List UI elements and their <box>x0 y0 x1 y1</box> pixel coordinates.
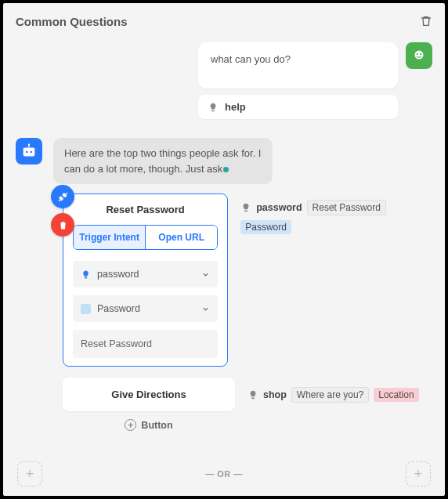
bot-message-row: Here are the top two things people ask f… <box>16 138 432 184</box>
bulb-icon <box>240 202 251 213</box>
add-branch-left[interactable]: + <box>17 461 42 486</box>
meta-tag[interactable]: Password <box>240 220 291 234</box>
intent-pill[interactable]: help <box>198 95 398 119</box>
meta-tag[interactable]: Where are you? <box>291 387 369 403</box>
entity-select[interactable]: Password <box>73 295 218 322</box>
editor-canvas: Common Questions what can you do? help H… <box>3 3 445 496</box>
tab-trigger-intent[interactable]: Trigger Intent <box>74 226 145 249</box>
user-message-text: what can you do? <box>211 53 291 65</box>
secondary-action-card[interactable]: Give Directions <box>63 378 235 411</box>
collapse-button[interactable] <box>51 185 74 208</box>
svg-point-5 <box>30 151 32 154</box>
svg-point-4 <box>26 151 28 154</box>
intent-pill-label: help <box>225 101 246 113</box>
bulb-icon <box>247 389 258 400</box>
chevron-down-icon <box>201 305 210 313</box>
secondary-metadata: shop Where are you? Location <box>247 387 419 403</box>
add-button-label: Button <box>141 420 172 431</box>
meta-tag[interactable]: Location <box>374 388 418 402</box>
chevron-down-icon <box>201 270 210 279</box>
plus-icon: + <box>125 419 136 431</box>
action-card[interactable]: Reset Password Trigger Intent Open URL p… <box>63 193 228 367</box>
card-title: Reset Password <box>73 204 218 215</box>
svg-point-7 <box>28 144 30 146</box>
user-message-bubble[interactable]: what can you do? <box>198 42 398 89</box>
primary-card-row: Reset Password Trigger Intent Open URL p… <box>63 193 432 367</box>
footer: + — OR — + <box>3 461 445 486</box>
button-label-input[interactable]: Reset Password <box>73 330 218 358</box>
meta-tag[interactable]: Reset Password <box>307 200 386 215</box>
secondary-card-title: Give Directions <box>111 389 186 400</box>
meta-intent-label: shop <box>263 389 287 400</box>
svg-rect-3 <box>23 147 35 156</box>
or-divider: — OR — <box>205 469 243 479</box>
add-branch-right[interactable]: + <box>406 461 431 486</box>
bulb-icon <box>81 269 91 280</box>
bot-avatar <box>16 138 42 165</box>
card-side-actions <box>51 185 74 237</box>
entity-tag-icon <box>81 304 91 314</box>
svg-point-0 <box>415 51 424 60</box>
user-message-row: what can you do? <box>16 42 432 89</box>
bot-message-text: Here are the top two things people ask f… <box>64 147 261 175</box>
header: Common Questions <box>16 14 432 28</box>
bot-message-bubble[interactable]: Here are the top two things people ask f… <box>53 138 273 184</box>
cursor-indicator <box>223 167 229 172</box>
delete-card-button[interactable] <box>51 213 74 237</box>
svg-point-2 <box>420 53 421 55</box>
svg-point-1 <box>417 53 418 55</box>
delete-node-icon[interactable] <box>420 14 432 28</box>
card-metadata: password Reset Password Password <box>240 193 432 234</box>
intent-select[interactable]: password <box>73 261 218 287</box>
tab-open-url[interactable]: Open URL <box>145 226 217 249</box>
bulb-icon <box>208 102 219 113</box>
intent-select-label: password <box>97 269 139 280</box>
entity-select-label: Password <box>97 303 140 314</box>
button-label-value: Reset Password <box>81 338 152 349</box>
user-avatar <box>406 42 432 69</box>
add-button[interactable]: + Button <box>63 419 235 431</box>
page-title: Common Questions <box>16 15 128 28</box>
meta-intent-label: password <box>256 202 302 213</box>
card-tabs: Trigger Intent Open URL <box>73 225 218 250</box>
secondary-card-row: Give Directions shop Where are you? Loca… <box>63 378 432 411</box>
